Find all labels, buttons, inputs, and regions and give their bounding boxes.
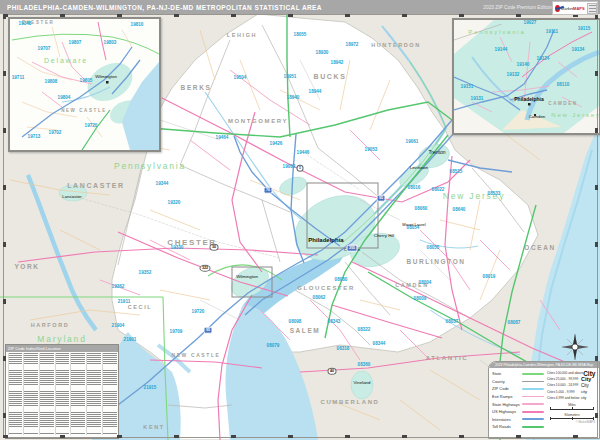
legend-line-label: Exit Ramps <box>492 394 522 399</box>
logo-mark-icon <box>555 5 560 12</box>
edition-label: 2023 ZIP Code Premium Edition <box>483 5 552 10</box>
legend-city-label: Cities 4,999 and below <box>547 396 581 400</box>
scale-bar-line <box>550 417 594 420</box>
legend-line-sample <box>522 403 544 405</box>
wilmington-inset-artwork <box>10 19 159 150</box>
legend-city-sample: city <box>581 396 586 400</box>
zip-index-column <box>39 353 54 435</box>
legend-line-label: Interstates <box>492 417 522 422</box>
legend-line-label: State Highways <box>492 402 522 407</box>
legend-line-row: State Highways <box>492 400 544 408</box>
publisher-logo: Market MAPS <box>552 1 598 15</box>
map-title: PHILADELPHIA-CAMDEN-WILMINGTON, PA-NJ-DE… <box>7 4 322 11</box>
zip-index-title: ZIP Code Index/Grid Location <box>6 345 118 352</box>
scale-bar: Miles <box>547 403 597 410</box>
legend-line-sample <box>522 381 544 382</box>
zip-code-index-panel: ZIP Code Index/Grid Location <box>5 344 119 439</box>
scale-bar-line <box>550 407 594 410</box>
zip-index-column <box>55 353 70 435</box>
legend-line-row: State <box>492 370 544 378</box>
legend-line-sample <box>522 388 544 390</box>
zip-index-column <box>8 353 23 435</box>
zip-index-column <box>23 353 38 435</box>
legend-city-sample: City <box>581 376 591 382</box>
legend-line-label: US Highways <box>492 409 522 414</box>
philadelphia-inset-map <box>452 18 600 135</box>
legend-line-row: ZIP Code <box>492 385 544 393</box>
legend-title: 2023 Philadelphia-Camden-Wilmington, PA-… <box>489 362 599 368</box>
legend-line-label: ZIP Code <box>492 386 522 391</box>
legend-line-row: Exit Ramps <box>492 393 544 401</box>
legend-line-items: StateCountyZIP CodeExit RampsState Highw… <box>492 370 544 431</box>
logo-sub-panel <box>587 3 597 14</box>
legend-credit: © MarketMAPS <box>547 420 597 424</box>
legend-city-row: Cities 4,999 and belowcity <box>547 395 597 401</box>
legend-line-row: Toll Roads <box>492 423 544 431</box>
legend-line-label: State <box>492 371 522 376</box>
legend-city-label: Cities 5,000 - 9,999 <box>547 390 581 394</box>
legend-line-row: US Highways <box>492 408 544 416</box>
legend-city-label: Cities 25,000 - 99,999 <box>547 377 581 381</box>
legend-line-sample <box>522 426 544 428</box>
legend-city-label: Cities 100,000 and above <box>547 371 583 375</box>
zip-index-columns <box>7 353 117 435</box>
legend-line-row: County <box>492 378 544 386</box>
legend-right-column: Cities 100,000 and aboveCityCities 25,00… <box>544 370 597 431</box>
zip-index-column <box>86 353 101 435</box>
legend-scale-bars: MilesKilometers <box>547 403 597 420</box>
wilmington-inset-map <box>8 17 161 152</box>
legend-panel: 2023 Philadelphia-Camden-Wilmington, PA-… <box>488 361 600 439</box>
legend-line-sample <box>522 396 544 397</box>
zip-index-column <box>70 353 85 435</box>
legend-line-sample <box>522 411 544 413</box>
scale-bar: Kilometers <box>547 413 597 420</box>
legend-line-label: County <box>492 379 522 384</box>
legend-city-sample: city <box>581 389 587 394</box>
legend-line-label: Toll Roads <box>492 424 522 429</box>
legend-line-sample <box>522 373 544 376</box>
legend-line-sample <box>522 418 544 420</box>
philadelphia-inset-artwork <box>454 20 599 133</box>
legend-city-classes: Cities 100,000 and aboveCityCities 25,00… <box>547 370 597 401</box>
legend-city-label: Cities 10,000 - 24,999 <box>547 383 581 387</box>
map-page: PHILADELPHIA-CAMDEN-WILMINGTON, PA-NJ-DE… <box>0 0 600 440</box>
title-bar: PHILADELPHIA-CAMDEN-WILMINGTON, PA-NJ-DE… <box>0 0 600 14</box>
logo-brand-text-2: MAPS <box>573 6 585 11</box>
legend-line-row: Interstates <box>492 416 544 424</box>
zip-index-column <box>102 353 117 435</box>
legend-city-sample: City <box>581 383 589 388</box>
